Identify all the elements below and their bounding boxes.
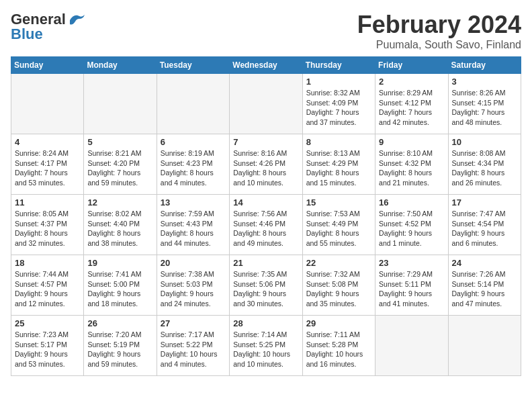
day-number: 1 bbox=[306, 77, 371, 87]
day-info: Sunrise: 8:32 AM Sunset: 4:09 PM Dayligh… bbox=[306, 88, 371, 128]
calendar-cell bbox=[84, 74, 157, 134]
calendar-cell: 24Sunrise: 7:26 AM Sunset: 5:14 PM Dayli… bbox=[448, 255, 521, 316]
calendar-cell: 21Sunrise: 7:35 AM Sunset: 5:06 PM Dayli… bbox=[230, 255, 302, 316]
day-number: 8 bbox=[306, 137, 371, 147]
weekday-header-wednesday: Wednesday bbox=[230, 57, 302, 74]
calendar-week-2: 4Sunrise: 8:24 AM Sunset: 4:17 PM Daylig… bbox=[11, 134, 521, 195]
day-info: Sunrise: 7:17 AM Sunset: 5:22 PM Dayligh… bbox=[161, 330, 226, 369]
calendar-cell: 17Sunrise: 7:47 AM Sunset: 4:54 PM Dayli… bbox=[448, 195, 521, 255]
calendar-cell: 11Sunrise: 8:05 AM Sunset: 4:37 PM Dayli… bbox=[11, 195, 84, 255]
day-number: 27 bbox=[161, 318, 226, 328]
calendar-cell: 4Sunrise: 8:24 AM Sunset: 4:17 PM Daylig… bbox=[11, 134, 84, 195]
calendar-cell: 7Sunrise: 8:16 AM Sunset: 4:26 PM Daylig… bbox=[230, 134, 302, 195]
logo-blue: Blue bbox=[11, 26, 43, 43]
day-info: Sunrise: 8:21 AM Sunset: 4:20 PM Dayligh… bbox=[87, 148, 152, 188]
day-number: 6 bbox=[161, 137, 226, 147]
calendar-cell: 9Sunrise: 8:10 AM Sunset: 4:32 PM Daylig… bbox=[375, 134, 448, 195]
calendar-cell: 10Sunrise: 8:08 AM Sunset: 4:34 PM Dayli… bbox=[448, 134, 521, 195]
day-info: Sunrise: 7:38 AM Sunset: 5:03 PM Dayligh… bbox=[161, 269, 226, 309]
day-number: 5 bbox=[87, 137, 152, 147]
day-info: Sunrise: 7:50 AM Sunset: 4:52 PM Dayligh… bbox=[379, 209, 444, 248]
calendar-cell: 13Sunrise: 7:59 AM Sunset: 4:43 PM Dayli… bbox=[157, 195, 229, 255]
subtitle: Puumala, South Savo, Finland bbox=[357, 39, 521, 51]
calendar-cell bbox=[448, 316, 521, 376]
calendar-body: 1Sunrise: 8:32 AM Sunset: 4:09 PM Daylig… bbox=[11, 74, 521, 376]
weekday-header-monday: Monday bbox=[84, 57, 157, 74]
day-info: Sunrise: 8:02 AM Sunset: 4:40 PM Dayligh… bbox=[87, 209, 152, 248]
calendar-cell: 3Sunrise: 8:26 AM Sunset: 4:15 PM Daylig… bbox=[448, 74, 521, 134]
calendar-week-5: 25Sunrise: 7:23 AM Sunset: 5:17 PM Dayli… bbox=[11, 316, 521, 376]
calendar-cell bbox=[230, 74, 302, 134]
calendar-cell: 5Sunrise: 8:21 AM Sunset: 4:20 PM Daylig… bbox=[84, 134, 157, 195]
calendar-cell: 1Sunrise: 8:32 AM Sunset: 4:09 PM Daylig… bbox=[302, 74, 375, 134]
calendar-cell: 23Sunrise: 7:29 AM Sunset: 5:11 PM Dayli… bbox=[375, 255, 448, 316]
day-number: 29 bbox=[306, 318, 371, 328]
day-info: Sunrise: 7:11 AM Sunset: 5:28 PM Dayligh… bbox=[306, 330, 371, 369]
weekday-header-saturday: Saturday bbox=[448, 57, 521, 74]
logo-bird-icon bbox=[67, 12, 86, 27]
day-number: 15 bbox=[306, 197, 371, 208]
calendar-header: SundayMondayTuesdayWednesdayThursdayFrid… bbox=[11, 57, 521, 74]
day-info: Sunrise: 8:26 AM Sunset: 4:15 PM Dayligh… bbox=[452, 88, 517, 128]
day-info: Sunrise: 7:53 AM Sunset: 4:49 PM Dayligh… bbox=[306, 209, 371, 248]
weekday-header-friday: Friday bbox=[375, 57, 448, 74]
day-info: Sunrise: 7:14 AM Sunset: 5:25 PM Dayligh… bbox=[233, 330, 298, 369]
day-number: 14 bbox=[233, 197, 298, 208]
day-info: Sunrise: 8:29 AM Sunset: 4:12 PM Dayligh… bbox=[379, 88, 444, 128]
calendar-cell: 26Sunrise: 7:20 AM Sunset: 5:19 PM Dayli… bbox=[84, 316, 157, 376]
calendar-cell bbox=[375, 316, 448, 376]
day-info: Sunrise: 7:23 AM Sunset: 5:17 PM Dayligh… bbox=[15, 330, 80, 369]
day-number: 10 bbox=[452, 137, 517, 147]
day-number: 23 bbox=[379, 258, 444, 268]
calendar-cell: 27Sunrise: 7:17 AM Sunset: 5:22 PM Dayli… bbox=[157, 316, 229, 376]
day-number: 9 bbox=[379, 137, 444, 147]
page-header: General Blue February 2024 Puumala, Sout… bbox=[11, 11, 521, 51]
weekday-header-row: SundayMondayTuesdayWednesdayThursdayFrid… bbox=[11, 57, 521, 74]
day-info: Sunrise: 7:41 AM Sunset: 5:00 PM Dayligh… bbox=[87, 269, 152, 309]
day-number: 2 bbox=[379, 77, 444, 87]
day-info: Sunrise: 7:32 AM Sunset: 5:08 PM Dayligh… bbox=[306, 269, 371, 309]
day-info: Sunrise: 8:05 AM Sunset: 4:37 PM Dayligh… bbox=[15, 209, 80, 248]
calendar-week-1: 1Sunrise: 8:32 AM Sunset: 4:09 PM Daylig… bbox=[11, 74, 521, 134]
day-info: Sunrise: 7:26 AM Sunset: 5:14 PM Dayligh… bbox=[452, 269, 517, 309]
calendar-cell: 29Sunrise: 7:11 AM Sunset: 5:28 PM Dayli… bbox=[302, 316, 375, 376]
weekday-header-thursday: Thursday bbox=[302, 57, 375, 74]
day-info: Sunrise: 7:35 AM Sunset: 5:06 PM Dayligh… bbox=[233, 269, 298, 309]
calendar-cell: 8Sunrise: 8:13 AM Sunset: 4:29 PM Daylig… bbox=[302, 134, 375, 195]
day-info: Sunrise: 7:29 AM Sunset: 5:11 PM Dayligh… bbox=[379, 269, 444, 309]
main-title: February 2024 bbox=[357, 11, 521, 39]
calendar-week-3: 11Sunrise: 8:05 AM Sunset: 4:37 PM Dayli… bbox=[11, 195, 521, 255]
day-number: 22 bbox=[306, 258, 371, 268]
calendar-cell: 28Sunrise: 7:14 AM Sunset: 5:25 PM Dayli… bbox=[230, 316, 302, 376]
day-info: Sunrise: 7:47 AM Sunset: 4:54 PM Dayligh… bbox=[452, 209, 517, 248]
calendar-cell: 19Sunrise: 7:41 AM Sunset: 5:00 PM Dayli… bbox=[84, 255, 157, 316]
calendar-week-4: 18Sunrise: 7:44 AM Sunset: 4:57 PM Dayli… bbox=[11, 255, 521, 316]
day-info: Sunrise: 7:59 AM Sunset: 4:43 PM Dayligh… bbox=[161, 209, 226, 248]
day-number: 13 bbox=[161, 197, 226, 208]
day-info: Sunrise: 7:20 AM Sunset: 5:19 PM Dayligh… bbox=[87, 330, 152, 369]
weekday-header-tuesday: Tuesday bbox=[157, 57, 229, 74]
day-number: 3 bbox=[452, 77, 517, 87]
day-number: 19 bbox=[87, 258, 152, 268]
day-number: 18 bbox=[15, 258, 80, 268]
day-info: Sunrise: 8:24 AM Sunset: 4:17 PM Dayligh… bbox=[15, 148, 80, 188]
calendar-cell: 18Sunrise: 7:44 AM Sunset: 4:57 PM Dayli… bbox=[11, 255, 84, 316]
day-number: 16 bbox=[379, 197, 444, 208]
day-info: Sunrise: 8:19 AM Sunset: 4:23 PM Dayligh… bbox=[161, 148, 226, 188]
day-number: 26 bbox=[87, 318, 152, 328]
day-info: Sunrise: 7:44 AM Sunset: 4:57 PM Dayligh… bbox=[15, 269, 80, 309]
day-number: 21 bbox=[233, 258, 298, 268]
title-area: February 2024 Puumala, South Savo, Finla… bbox=[357, 11, 521, 51]
weekday-header-sunday: Sunday bbox=[11, 57, 84, 74]
day-number: 24 bbox=[452, 258, 517, 268]
day-number: 17 bbox=[452, 197, 517, 208]
day-number: 4 bbox=[15, 137, 80, 147]
day-number: 7 bbox=[233, 137, 298, 147]
calendar-cell: 25Sunrise: 7:23 AM Sunset: 5:17 PM Dayli… bbox=[11, 316, 84, 376]
calendar-cell: 12Sunrise: 8:02 AM Sunset: 4:40 PM Dayli… bbox=[84, 195, 157, 255]
day-info: Sunrise: 7:56 AM Sunset: 4:46 PM Dayligh… bbox=[233, 209, 298, 248]
day-info: Sunrise: 8:10 AM Sunset: 4:32 PM Dayligh… bbox=[379, 148, 444, 188]
day-info: Sunrise: 8:16 AM Sunset: 4:26 PM Dayligh… bbox=[233, 148, 298, 188]
day-number: 12 bbox=[87, 197, 152, 208]
day-number: 20 bbox=[161, 258, 226, 268]
